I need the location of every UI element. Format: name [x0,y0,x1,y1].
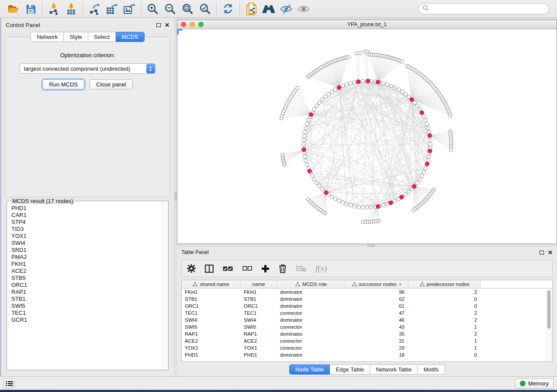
network-node[interactable] [355,52,358,55]
tab-edge-table[interactable]: Edge Table [330,364,370,375]
table-row[interactable]: TEC1TEC1connector472 [182,309,552,316]
import-network-icon[interactable] [45,1,62,16]
column-header-MCDS-role[interactable]: MCDS role [277,280,346,288]
network-titlebar[interactable]: YPA_prune.txt_1 [177,20,557,29]
mcds-node[interactable] [309,113,313,117]
network-node[interactable] [427,130,431,134]
network-node[interactable] [358,51,362,55]
network-node[interactable] [427,155,431,158]
mcds-node-item[interactable]: STB1 [8,296,162,303]
zoom-selected-icon[interactable] [196,1,214,16]
network-node[interactable] [353,204,356,208]
search-network-icon[interactable] [260,1,277,16]
export-network-icon[interactable] [86,1,103,16]
network-node[interactable] [407,95,411,99]
criterion-select[interactable]: largest connected component (undirected) [20,63,156,74]
network-node[interactable] [424,167,428,171]
network-node[interactable] [400,90,404,94]
horizontal-splitter[interactable] [177,244,557,247]
network-node[interactable] [422,170,426,174]
mcds-node-item[interactable]: PMA2 [8,254,162,261]
float-panel-icon[interactable] [156,23,161,27]
network-node[interactable] [323,95,327,99]
network-node[interactable] [365,206,369,210]
network-node[interactable] [304,159,308,163]
column-header-name[interactable]: name [241,280,277,288]
run-mcds-button[interactable]: Run MCDS [42,79,84,89]
network-node[interactable] [385,83,389,86]
network-node[interactable] [369,206,373,210]
network-canvas[interactable] [177,29,557,244]
network-node[interactable] [306,197,310,201]
float-panel-icon[interactable] [540,251,544,254]
network-node[interactable] [361,79,365,83]
tab-node-table[interactable]: Node Table [289,364,330,375]
mcds-node[interactable] [425,162,429,166]
network-node[interactable] [353,80,356,84]
mcds-node[interactable] [376,204,380,208]
refresh-icon[interactable] [219,1,237,16]
network-node[interactable] [397,88,401,92]
network-node[interactable] [305,163,309,167]
tab-style[interactable]: Style [64,32,88,42]
mcds-node-item[interactable]: YOX1 [8,233,162,240]
network-node[interactable] [318,101,322,105]
network-node[interactable] [389,84,393,88]
memory-button[interactable]: Memory [515,378,554,389]
network-node[interactable] [326,92,330,96]
mcds-node-item[interactable]: SWI4 [8,240,162,247]
table-row[interactable]: FKH1FKH1dominator962 [182,289,552,296]
network-node[interactable] [363,50,367,54]
network-node[interactable] [424,118,428,122]
network-node[interactable] [429,142,432,146]
zoom-fit-icon[interactable] [179,1,196,16]
mcds-node-item[interactable]: SRD1 [8,247,162,254]
zoom-in-icon[interactable] [144,1,161,16]
mcds-node[interactable] [428,134,432,138]
network-node[interactable] [302,142,306,146]
mcds-node-item[interactable]: FKH1 [8,261,162,268]
network-node[interactable] [346,55,350,58]
mcds-node-item[interactable]: STB5 [8,275,162,282]
close-panel-icon[interactable]: ✕ [548,250,553,255]
network-node[interactable] [304,126,308,130]
add-column-icon[interactable] [261,265,270,273]
network-node[interactable] [381,203,385,207]
delete-column-icon[interactable] [279,264,287,273]
tab-motifs[interactable]: Motifs [418,364,445,375]
scrollbar-thumb[interactable] [547,290,550,329]
split-panel-icon[interactable] [205,265,214,273]
mcds-node-item[interactable]: RAP1 [8,289,162,296]
mcds-node-item[interactable]: CAR1 [8,212,162,219]
export-image-icon[interactable] [121,1,138,16]
mcds-node[interactable] [389,201,393,205]
save-icon[interactable] [22,1,39,16]
network-node[interactable] [315,181,319,185]
network-node[interactable] [312,178,316,182]
network-node[interactable] [315,104,319,108]
mcds-node-item[interactable]: PHD1 [8,205,162,212]
mcds-node[interactable] [376,80,380,84]
network-node[interactable] [393,86,397,89]
hide-selection-icon[interactable] [277,1,295,16]
network-node[interactable] [320,187,324,191]
column-header-predecessor-nodes[interactable]: predecessor nodes [408,280,481,288]
column-header-shared-name[interactable]: shared name [182,280,241,288]
select-all-icon[interactable] [223,266,233,272]
network-node[interactable] [341,84,345,88]
network-node[interactable] [303,130,307,134]
export-table-icon[interactable] [103,1,121,16]
table-row[interactable]: STB1STB1dominator620 [182,296,552,303]
tab-mcds[interactable]: MCDS [116,32,144,42]
vertical-splitter[interactable] [174,18,177,376]
mcds-node[interactable] [324,191,328,195]
splitter-grip[interactable] [367,244,375,247]
network-node[interactable] [318,184,322,188]
mcds-node[interactable] [420,111,424,115]
settings-gear-icon[interactable] [187,264,196,273]
tab-select[interactable]: Select [88,32,116,42]
mcds-node-item[interactable]: ACE2 [8,268,162,275]
mcds-result-list[interactable]: PHD1CAR1STP4TID3YOX1SWI4SRD1PMA2FKH1ACE2… [8,205,162,369]
mcds-node[interactable] [337,86,341,89]
mcds-node[interactable] [302,148,306,151]
